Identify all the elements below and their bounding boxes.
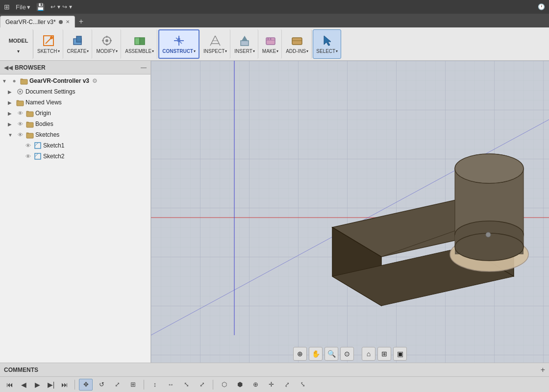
pb-tool-move[interactable]: ✥ [79, 379, 93, 391]
origin-arrow: ▶ [8, 111, 15, 116]
playback-next-button[interactable]: ▶| [45, 379, 57, 391]
addins-group[interactable]: ADD-INS ▾ [283, 29, 312, 59]
svg-rect-12 [140, 38, 145, 45]
tree-named-views[interactable]: ▶ Named Views [0, 97, 150, 108]
sketch-group[interactable]: SKETCH ▾ [34, 29, 63, 59]
pb-tool-11[interactable]: ⤤ [280, 379, 294, 391]
bodies-label: Bodies [35, 121, 53, 127]
svg-rect-29 [292, 38, 302, 45]
status-bar: COMMENTS + [0, 363, 549, 376]
playback-prev-button[interactable]: ◀ [18, 379, 29, 391]
pb-tool-rotate[interactable]: ↺ [95, 379, 108, 391]
addins-icon [290, 34, 304, 48]
viewport[interactable]: ⊕ ✋ 🔍 ⊙ ⌂ ⊞ ▣ [151, 61, 549, 363]
pb-tool-9[interactable]: ⊕ [249, 379, 262, 391]
browser-toggle-button[interactable]: ◀◀ [4, 64, 13, 71]
pb-tool-10[interactable]: ✛ [264, 379, 278, 391]
tree-area: ▼ ● GearVR-Controller v3 ⚙ ▶ Document Se… [0, 74, 150, 363]
browser-collapse-button[interactable]: — [141, 64, 147, 71]
active-tab[interactable]: GearVR-C...ller v3* ✕ [0, 16, 75, 27]
select-group[interactable]: SELECT ▾ [313, 29, 341, 59]
sketches-arrow: ▼ [8, 132, 15, 138]
tree-sketch1[interactable]: ▶ 👁 Sketch1 [0, 140, 150, 151]
root-settings-icon: ⚙ [92, 77, 98, 84]
pb-tool-scale[interactable]: ⤢ [110, 379, 124, 391]
view-home-button[interactable]: ⌂ [362, 347, 375, 361]
tree-origin[interactable]: ▶ 👁 Origin [0, 108, 150, 119]
tree-sketches[interactable]: ▼ 👁 Sketches [0, 129, 150, 140]
tab-close-button[interactable]: ✕ [66, 19, 70, 24]
pb-tool-6[interactable]: ⤢ [195, 379, 209, 391]
undo-button[interactable]: ↩ [50, 3, 55, 10]
pb-tool-4[interactable]: ↔ [164, 379, 177, 391]
sketches-eye-icon[interactable]: 👁 [16, 130, 25, 139]
playback-end-button[interactable]: ⏭ [59, 379, 71, 391]
sketches-folder-icon [25, 130, 34, 139]
clock-icon: 🕐 [538, 3, 545, 10]
insert-group[interactable]: INSERT ▾ [231, 29, 258, 59]
addins-label: ADD-INS ▾ [286, 49, 308, 54]
construct-group[interactable]: CONSTRUCT ▾ [158, 29, 200, 59]
tree-document-settings[interactable]: ▶ Document Settings [0, 86, 150, 97]
main-layout: ◀◀ BROWSER — ▼ ● GearVR-Controller v3 ⚙ … [0, 61, 549, 363]
viewport-svg [151, 61, 549, 363]
insert-label: INSERT ▾ [234, 49, 255, 54]
undo-arrow[interactable]: ▾ [57, 3, 60, 10]
tab-add-button[interactable]: + [75, 16, 87, 27]
create-icons [71, 34, 85, 48]
svg-rect-11 [135, 38, 140, 45]
sketch2-sketch-icon [33, 152, 42, 161]
inspect-group[interactable]: INSPECT ▾ [200, 29, 230, 59]
model-button[interactable]: MODEL ▾ [4, 29, 33, 59]
view-display-button[interactable]: ▣ [393, 347, 407, 361]
root-arrow: ▼ [2, 78, 9, 84]
model-icon: MODEL [12, 34, 25, 48]
playback-separator2 [144, 380, 144, 390]
tree-sketch2[interactable]: ▶ 👁 Sketch2 [0, 151, 150, 162]
save-button[interactable]: 💾 [36, 3, 45, 11]
pb-tool-3[interactable]: ↕ [148, 379, 162, 391]
redo-button[interactable]: ↪ [62, 3, 67, 10]
pb-tool-7[interactable]: ⬡ [217, 379, 231, 391]
playback-play-button[interactable]: ▶ [31, 379, 43, 391]
pb-tool-12[interactable]: ⤥ [296, 379, 309, 391]
svg-rect-39 [35, 143, 41, 148]
comments-add-button[interactable]: + [541, 366, 545, 374]
file-menu-button[interactable]: File ▾ [16, 3, 30, 11]
pb-tool-2[interactable]: ⊞ [126, 379, 140, 391]
zoom-button[interactable]: 🔍 [324, 347, 338, 361]
redo-arrow[interactable]: ▾ [69, 3, 72, 10]
svg-line-40 [35, 143, 38, 146]
inspect-label: INSPECT ▾ [203, 49, 227, 54]
named-views-arrow: ▶ [8, 100, 15, 105]
playback-bar: ⏮ ◀ ▶ ▶| ⏭ ✥ ↺ ⤢ ⊞ ↕ ↔ ⤡ ⤢ ⬡ ⬢ ⊕ ✛ ⤤ ⤥ [0, 376, 549, 392]
sketch1-eye-icon[interactable]: 👁 [24, 141, 32, 150]
model-label: ▾ [17, 49, 20, 54]
assemble-group[interactable]: ASSEMBLE ▾ [122, 29, 157, 59]
playback-start-button[interactable]: ⏮ [4, 379, 16, 391]
bodies-arrow: ▶ [8, 122, 15, 127]
doc-settings-label: Document Settings [25, 88, 75, 95]
pan-button[interactable]: ✋ [309, 347, 323, 361]
make-group[interactable]: MAKE ▾ [259, 29, 282, 59]
root-eye-icon[interactable]: ● [10, 76, 19, 85]
sketch2-eye-icon[interactable]: 👁 [24, 152, 32, 161]
create-group[interactable]: CREATE ▾ [64, 29, 93, 59]
zoom-fit-button[interactable]: ⊙ [340, 347, 354, 361]
orbit-button[interactable]: ⊕ [293, 347, 307, 361]
svg-rect-32 [21, 79, 27, 84]
root-label: GearVR-Controller v3 [29, 77, 89, 84]
named-views-label: Named Views [25, 99, 62, 106]
origin-eye-icon[interactable]: 👁 [16, 109, 25, 118]
tree-root[interactable]: ▼ ● GearVR-Controller v3 ⚙ [0, 75, 150, 86]
modify-label: MODIFY ▾ [96, 49, 118, 54]
make-icons [264, 34, 277, 48]
assemble-icon [133, 34, 147, 48]
pb-tool-5[interactable]: ⤡ [179, 379, 193, 391]
bodies-eye-icon[interactable]: 👁 [16, 120, 25, 128]
pb-tool-8[interactable]: ⬢ [233, 379, 247, 391]
modify-group[interactable]: MODIFY ▾ [93, 29, 121, 59]
view-grid-button[interactable]: ⊞ [377, 347, 391, 361]
construct-icons [172, 34, 186, 48]
tree-bodies[interactable]: ▶ 👁 Bodies [0, 119, 150, 129]
